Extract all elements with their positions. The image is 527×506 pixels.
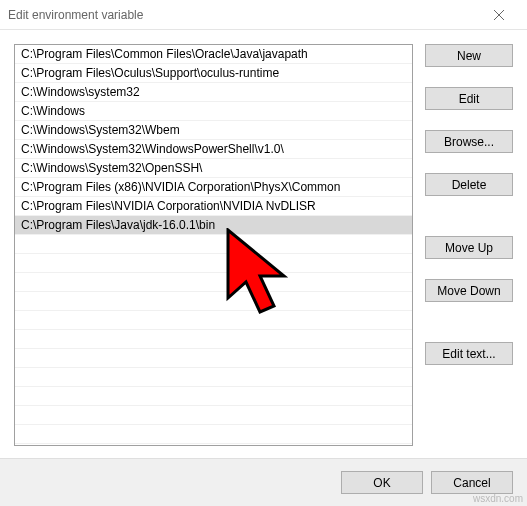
list-item-empty <box>15 311 412 330</box>
list-item[interactable]: C:\Program Files (x86)\NVIDIA Corporatio… <box>15 178 412 197</box>
list-item[interactable]: C:\Program Files\Java\jdk-16.0.1\bin <box>15 216 412 235</box>
watermark: wsxdn.com <box>473 493 523 504</box>
list-item-empty <box>15 292 412 311</box>
list-item[interactable]: C:\Windows\system32 <box>15 83 412 102</box>
list-item[interactable]: C:\Windows\System32\Wbem <box>15 121 412 140</box>
list-item-empty <box>15 273 412 292</box>
list-item-empty <box>15 349 412 368</box>
delete-button[interactable]: Delete <box>425 173 513 196</box>
cancel-button[interactable]: Cancel <box>431 471 513 494</box>
list-item-empty <box>15 425 412 444</box>
edit-button[interactable]: Edit <box>425 87 513 110</box>
list-item-empty <box>15 387 412 406</box>
window-title: Edit environment variable <box>8 8 479 22</box>
close-button[interactable] <box>479 0 519 30</box>
list-item-empty <box>15 368 412 387</box>
new-button[interactable]: New <box>425 44 513 67</box>
list-item[interactable]: C:\Program Files\NVIDIA Corporation\NVID… <box>15 197 412 216</box>
dialog-footer: OK Cancel <box>0 458 527 506</box>
move-down-button[interactable]: Move Down <box>425 279 513 302</box>
list-item-empty <box>15 254 412 273</box>
list-item[interactable]: C:\Windows\System32\OpenSSH\ <box>15 159 412 178</box>
path-listbox[interactable]: C:\Program Files\Common Files\Oracle\Jav… <box>14 44 413 446</box>
ok-button[interactable]: OK <box>341 471 423 494</box>
move-up-button[interactable]: Move Up <box>425 236 513 259</box>
list-item[interactable]: C:\Windows <box>15 102 412 121</box>
list-item[interactable]: C:\Windows\System32\WindowsPowerShell\v1… <box>15 140 412 159</box>
titlebar: Edit environment variable <box>0 0 527 30</box>
list-item-empty <box>15 235 412 254</box>
list-item[interactable]: C:\Program Files\Common Files\Oracle\Jav… <box>15 45 412 64</box>
close-icon <box>494 10 504 20</box>
edit-text-button[interactable]: Edit text... <box>425 342 513 365</box>
list-item-empty <box>15 406 412 425</box>
dialog-content: C:\Program Files\Common Files\Oracle\Jav… <box>0 30 527 446</box>
side-button-column: New Edit Browse... Delete Move Up Move D… <box>425 44 513 446</box>
browse-button[interactable]: Browse... <box>425 130 513 153</box>
list-item-empty <box>15 330 412 349</box>
list-item[interactable]: C:\Program Files\Oculus\Support\oculus-r… <box>15 64 412 83</box>
